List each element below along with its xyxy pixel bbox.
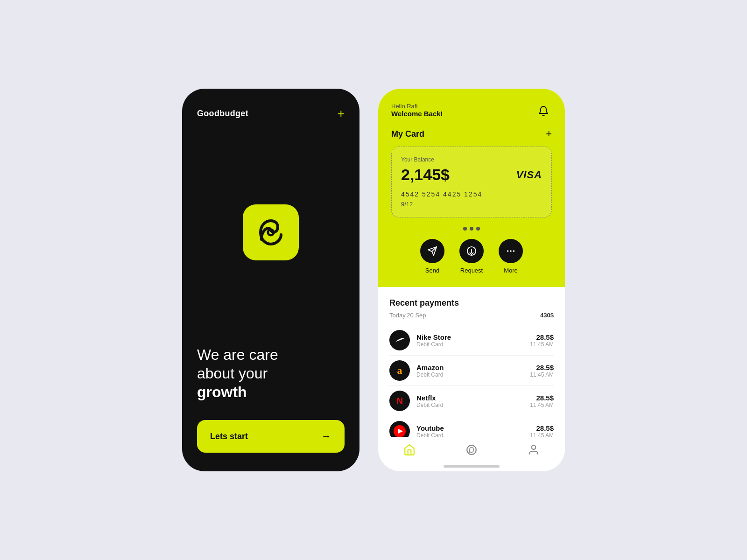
amazon-name: Amazon: [416, 364, 530, 371]
cta-button[interactable]: Lets start →: [197, 420, 345, 453]
cta-label: Lets start: [210, 432, 248, 441]
amazon-amount: 28.5$: [530, 364, 554, 371]
my-card-row: My Card +: [391, 129, 552, 139]
nike-amount: 28.5$: [530, 333, 554, 341]
netflix-amount: 28.5$: [530, 394, 554, 402]
logo-area: [197, 119, 345, 345]
greeting-text: Hello,Rafi Welcome Back!: [391, 103, 443, 118]
left-top-bar: Goodbudget +: [197, 107, 345, 119]
nav-home[interactable]: [403, 444, 416, 456]
balance-amount: 2,145$: [401, 166, 450, 184]
phone-top-section: Hello,Rafi Welcome Back! My Card + Your …: [378, 89, 565, 287]
recent-payments-section: Recent payments Today,20 Sep 430$ Nike S…: [378, 287, 565, 437]
svg-point-4: [510, 250, 512, 252]
app-logo: [243, 204, 299, 260]
nav-chat[interactable]: [465, 444, 478, 456]
nike-payment-right: 28.5$ 11:45 AM: [530, 333, 554, 348]
send-button[interactable]: [420, 239, 444, 263]
nike-logo: [389, 330, 410, 350]
dot-1: [463, 227, 467, 231]
nike-swoosh-icon: [393, 334, 406, 347]
netflix-time: 11:45 AM: [530, 402, 554, 408]
netflix-payment-right: 28.5$ 11:45 AM: [530, 394, 554, 408]
more-action[interactable]: More: [499, 239, 523, 274]
welcome-label: Welcome Back!: [391, 110, 443, 118]
youtube-info: Youtube Debit Card: [416, 424, 530, 437]
recent-total: 430$: [540, 312, 554, 319]
card-number: 4542 5254 4425 1254: [401, 190, 542, 198]
cta-arrow: →: [321, 430, 331, 442]
request-button[interactable]: [459, 239, 484, 263]
hello-label: Hello,Rafi: [391, 103, 443, 110]
netflix-logo: N: [389, 391, 410, 411]
payment-item-amazon[interactable]: a Amazon Debit Card 28.5$ 11:45 AM: [389, 356, 554, 386]
visa-logo: VISA: [516, 169, 542, 181]
nike-time: 11:45 AM: [530, 341, 554, 348]
right-phone: Hello,Rafi Welcome Back! My Card + Your …: [378, 89, 565, 471]
balance-row: 2,145$ VISA: [401, 166, 542, 184]
chat-icon: [465, 444, 478, 456]
payment-item-youtube[interactable]: Youtube Debit Card 28.5$ 11:45 AM: [389, 416, 554, 437]
nike-name: Nike Store: [416, 333, 530, 341]
home-indicator: [444, 465, 500, 468]
more-icon: [506, 246, 516, 256]
dot-3: [476, 227, 480, 231]
nav-user[interactable]: [528, 444, 540, 456]
youtube-name: Youtube: [416, 424, 530, 432]
youtube-logo: [389, 421, 410, 437]
dot-2: [470, 227, 473, 231]
svg-point-10: [532, 445, 536, 449]
add-card-icon[interactable]: +: [546, 129, 552, 139]
card-dots-indicator: [391, 227, 552, 231]
recent-date-row: Today,20 Sep 430$: [389, 312, 554, 319]
nike-type: Debit Card: [416, 341, 530, 348]
netflix-info: Netflx Debit Card: [416, 394, 530, 408]
bottom-navigation: [378, 437, 565, 465]
svg-point-3: [507, 250, 509, 252]
amazon-time: 11:45 AM: [530, 371, 554, 378]
amazon-type: Debit Card: [416, 371, 530, 378]
youtube-play-icon: [394, 425, 406, 437]
tagline: We are care about your growth: [197, 345, 345, 401]
more-button[interactable]: [499, 239, 523, 263]
youtube-type: Debit Card: [416, 432, 530, 437]
svg-point-5: [513, 250, 515, 252]
action-buttons-row: Send Request: [391, 239, 552, 287]
payment-item-netflix[interactable]: N Netflx Debit Card 28.5$ 11:45 AM: [389, 386, 554, 416]
netflix-name: Netflx: [416, 394, 530, 402]
notification-bell-icon[interactable]: [535, 103, 552, 119]
netflix-type: Debit Card: [416, 402, 530, 408]
youtube-amount: 28.5$: [530, 424, 554, 432]
app-title: Goodbudget: [197, 109, 248, 119]
request-action[interactable]: Request: [459, 239, 484, 274]
logo-svg: [252, 214, 289, 251]
card-widget: Your Balance 2,145$ VISA 4542 5254 4425 …: [391, 147, 552, 217]
request-icon: [466, 246, 477, 256]
amazon-logo: a: [389, 360, 410, 381]
card-expiry: 9/12: [401, 201, 542, 208]
recent-title: Recent payments: [389, 298, 554, 308]
nike-info: Nike Store Debit Card: [416, 333, 530, 348]
send-icon: [427, 246, 437, 256]
youtube-time: 11:45 AM: [530, 432, 554, 437]
request-label: Request: [460, 267, 483, 274]
amazon-info: Amazon Debit Card: [416, 364, 530, 378]
my-card-label: My Card: [391, 129, 424, 139]
payment-item-nike[interactable]: Nike Store Debit Card 28.5$ 11:45 AM: [389, 325, 554, 356]
send-label: Send: [425, 267, 439, 274]
user-icon: [528, 444, 540, 456]
youtube-payment-right: 28.5$ 11:45 AM: [530, 424, 554, 437]
send-action[interactable]: Send: [420, 239, 444, 274]
balance-label: Your Balance: [401, 156, 542, 163]
greeting-row: Hello,Rafi Welcome Back!: [391, 103, 552, 119]
add-icon[interactable]: +: [338, 107, 345, 119]
more-label: More: [504, 267, 518, 274]
home-icon: [403, 444, 416, 456]
amazon-payment-right: 28.5$ 11:45 AM: [530, 364, 554, 378]
left-phone: Goodbudget + We are care about your grow…: [182, 89, 359, 471]
recent-date: Today,20 Sep: [389, 312, 426, 319]
